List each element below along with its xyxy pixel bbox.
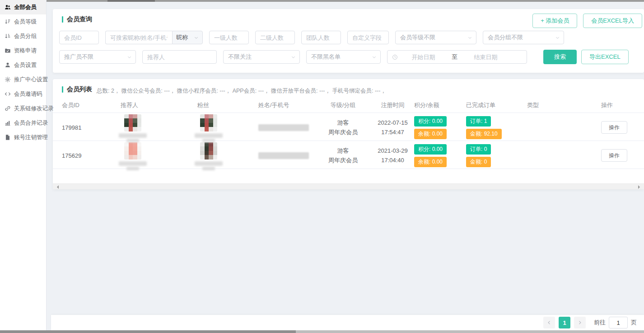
sidebar-item-qualification-apply[interactable]: 资格申请 xyxy=(0,43,46,58)
file-icon xyxy=(5,134,11,141)
chevron-down-icon xyxy=(467,35,472,40)
main-area: 会员查询 + 添加会员 会员EXCEL导入 昵称会员等级不限会员分组不限 推广员… xyxy=(47,0,644,333)
member-group: 周年庆会员 xyxy=(315,127,371,137)
register-time-cell: 2022-07-1517:54:47 xyxy=(371,118,414,137)
sidebar-item-account-cancellation[interactable]: 账号注销管理 xyxy=(0,130,46,145)
member-level: 游客 xyxy=(315,118,371,127)
filter-search-keyword[interactable]: 昵称 xyxy=(105,31,203,44)
sidebar-item-label: 推广中心设置 xyxy=(14,76,48,84)
filter-member-level[interactable]: 会员等级不限 xyxy=(395,31,476,44)
search-button[interactable]: 搜索 xyxy=(543,50,577,64)
sidebar-item-relation-chain-records[interactable]: 关系链修改记录 xyxy=(0,101,46,116)
register-date: 2021-03-29 xyxy=(371,146,414,155)
goto-page-input[interactable] xyxy=(609,317,628,328)
sidebar-item-label: 全部会员 xyxy=(14,4,37,11)
sidebar-item-promotion-center-settings[interactable]: 推广中心设置 xyxy=(0,72,46,87)
avatar xyxy=(200,114,217,131)
folder-check-icon xyxy=(5,47,11,54)
scroll-left-icon[interactable] xyxy=(55,185,59,189)
redacted-name-phone xyxy=(258,124,309,131)
points-badge: 积分: 0.00 xyxy=(414,144,447,155)
fans-cell xyxy=(193,142,224,170)
chevron-down-icon xyxy=(127,55,132,60)
sidebar-item-member-levels[interactable]: 会员等级 xyxy=(0,14,46,29)
column-header: 操作 xyxy=(595,101,635,109)
sort-numeric-icon xyxy=(5,19,11,25)
page-unit-label: 页 xyxy=(631,319,637,327)
filter-referrer[interactable] xyxy=(142,50,217,64)
column-header: 推荐人 xyxy=(107,101,184,109)
chevron-down-icon xyxy=(291,55,296,60)
sidebar-item-label: 会员等级 xyxy=(14,18,37,26)
bar-chart-icon xyxy=(5,120,11,126)
excel-import-button[interactable]: 会员EXCEL导入 xyxy=(583,14,642,28)
scrollbar-thumb[interactable] xyxy=(0,330,296,333)
select-value: 不限黑名单 xyxy=(311,53,341,61)
register-date: 2022-07-15 xyxy=(371,118,414,127)
scrollbar-thumb[interactable] xyxy=(107,0,155,2)
register-time-cell: 2021-03-2917:04:40 xyxy=(371,146,414,165)
sidebar-item-member-groups[interactable]: 会员分组 xyxy=(0,29,46,43)
points-balance-cell: 积分: 0.00余额: 0.00 xyxy=(414,116,466,139)
goto-label: 前往 xyxy=(594,319,606,327)
table-header: 会员ID推荐人粉丝姓名/手机号等级/分组注册时间积分/余额已完成订单类型操作 xyxy=(53,98,644,113)
balance-badge: 余额: 0.00 xyxy=(414,129,447,139)
filter-custom-field[interactable] xyxy=(347,31,389,44)
filter-blacklist[interactable]: 不限黑名单 xyxy=(306,50,381,64)
redacted-nickname xyxy=(126,167,139,170)
sidebar-item-all-members[interactable]: 全部会员 xyxy=(0,0,46,14)
sidebar-item-label: 资格申请 xyxy=(14,47,37,55)
next-page-button[interactable] xyxy=(574,317,586,328)
avatar xyxy=(124,142,141,159)
filter-member-group[interactable]: 会员分组不限 xyxy=(483,31,564,44)
column-header: 会员ID xyxy=(62,101,107,109)
chevron-left-icon xyxy=(546,320,552,325)
scroll-right-icon[interactable] xyxy=(638,185,642,189)
sidebar: 全部会员会员等级会员分组资格申请会员设置推广中心设置会员邀请码关系链修改记录会员… xyxy=(0,0,47,333)
search-keyword-input[interactable] xyxy=(105,31,172,44)
redacted-nickname xyxy=(202,167,215,170)
filter-level1-count[interactable] xyxy=(209,31,249,44)
filter-member-id[interactable] xyxy=(59,31,99,44)
redacted-nickname xyxy=(195,161,223,166)
add-member-button[interactable]: + 添加会员 xyxy=(532,14,577,28)
filter-row-2: 推广员不限不限关注不限黑名单至 搜索 导出EXCEL xyxy=(53,50,644,64)
filter-follow-status[interactable]: 不限关注 xyxy=(223,50,300,64)
balance-badge: 余额: 0.00 xyxy=(414,157,447,167)
date-separator: 至 xyxy=(449,53,460,61)
select-value: 会员等级不限 xyxy=(400,33,435,42)
top-horizontal-scrollbar[interactable] xyxy=(47,0,644,2)
filter-level2-count[interactable] xyxy=(255,31,295,44)
redacted-nickname xyxy=(119,133,147,138)
keyword-type-select[interactable]: 昵称 xyxy=(172,31,203,44)
bottom-horizontal-scrollbar[interactable] xyxy=(0,330,644,333)
prev-page-button[interactable] xyxy=(543,317,555,328)
end-date-input[interactable] xyxy=(462,54,509,61)
sidebar-item-member-invite-code[interactable]: 会员邀请码 xyxy=(0,87,46,101)
member-stats: 总数: 2， 微信公众号会员: ---， 微信小程序会员: ---， APP会员… xyxy=(97,87,386,95)
fans-cell xyxy=(193,114,224,142)
column-header: 姓名/手机号 xyxy=(245,101,315,109)
redacted-nickname xyxy=(119,161,147,166)
sidebar-item-label: 会员邀请码 xyxy=(14,90,42,98)
redacted-name-phone xyxy=(258,152,309,159)
start-date-input[interactable] xyxy=(400,54,447,61)
sidebar-item-member-merge-records[interactable]: 会员合并记录 xyxy=(0,116,46,130)
link-icon xyxy=(5,105,11,112)
member-list-title: 会员列表 xyxy=(62,85,92,94)
row-action-button[interactable]: 操作 xyxy=(601,149,627,162)
orders-cell: 订单: 1金额: 92.10 xyxy=(466,116,527,139)
filter-team-count[interactable] xyxy=(301,31,341,44)
filter-date-range[interactable]: 至 xyxy=(387,50,527,64)
referrer-cell xyxy=(117,142,149,170)
query-panel-title-text: 会员查询 xyxy=(67,15,92,23)
table-horizontal-scrollbar[interactable] xyxy=(53,183,644,189)
table-row: 175629游客周年庆会员2021-03-2917:04:40积分: 0.00余… xyxy=(53,141,644,169)
current-page-button[interactable]: 1 xyxy=(559,317,570,328)
sidebar-item-member-settings[interactable]: 会员设置 xyxy=(0,58,46,72)
filter-promoter[interactable]: 推广员不限 xyxy=(59,50,136,64)
orders-badge: 订单: 1 xyxy=(466,116,491,127)
code-icon xyxy=(5,91,11,97)
row-action-button[interactable]: 操作 xyxy=(601,121,627,134)
export-excel-button[interactable]: 导出EXCEL xyxy=(581,50,629,64)
